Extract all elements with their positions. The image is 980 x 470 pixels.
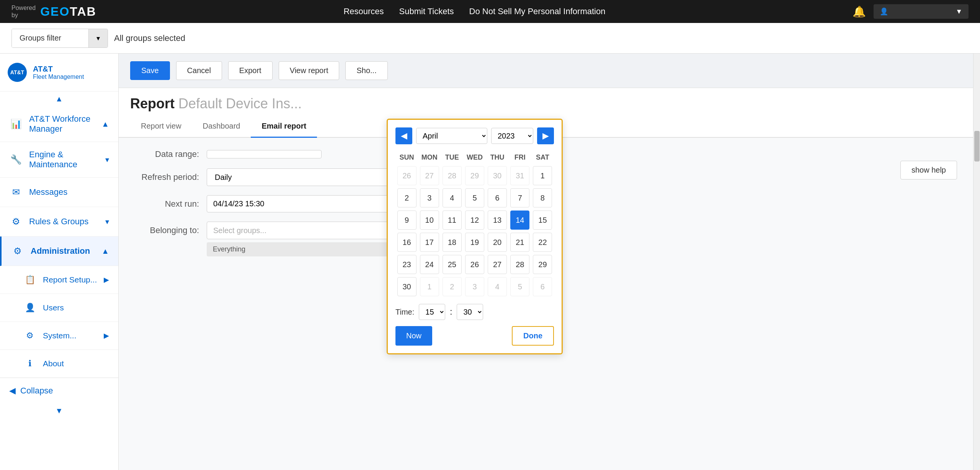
view-report-button[interactable]: View report bbox=[279, 61, 340, 80]
user-dropdown-button[interactable]: 👤 ▼ bbox=[874, 4, 969, 19]
calendar-day[interactable]: 5 bbox=[465, 188, 484, 207]
data-range-value[interactable] bbox=[207, 150, 322, 158]
calendar-day[interactable]: 9 bbox=[397, 211, 416, 230]
do-not-sell-link[interactable]: Do Not Sell My Personal Information bbox=[469, 7, 606, 16]
chevron-right-icon: ▶ bbox=[104, 276, 109, 284]
calendar-year-select[interactable]: 2021202220232024 bbox=[491, 128, 533, 144]
scrollbar-thumb[interactable] bbox=[974, 131, 980, 162]
top-nav-right: 🔔 👤 ▼ bbox=[853, 4, 969, 19]
calendar-month-select[interactable]: JanuaryFebruaryMarchAprilMayJuneJulyAugu… bbox=[416, 128, 487, 144]
sidebar-item-workforce[interactable]: 📊 AT&T Workforce Manager ▲ bbox=[0, 106, 118, 142]
groups-filter-label: Groups filter bbox=[12, 29, 88, 47]
sidebar-item-administration[interactable]: ⚙ Administration ▲ bbox=[0, 237, 118, 266]
now-button[interactable]: Now bbox=[395, 326, 432, 346]
calendar-day[interactable]: 26 bbox=[397, 166, 416, 185]
sidebar-subitem-about[interactable]: ℹ About bbox=[0, 350, 118, 378]
calendar-day[interactable]: 4 bbox=[488, 277, 507, 296]
calendar-day[interactable]: 30 bbox=[397, 277, 416, 296]
sidebar-scroll-down[interactable]: ▼ bbox=[0, 403, 118, 418]
engine-icon: 🔧 bbox=[9, 153, 23, 166]
calendar-day[interactable]: 4 bbox=[443, 188, 462, 207]
calendar-day[interactable]: 14 bbox=[510, 211, 529, 230]
calendar-day[interactable]: 13 bbox=[488, 211, 507, 230]
calendar-day[interactable]: 10 bbox=[420, 211, 439, 230]
calendar-day[interactable]: 28 bbox=[443, 166, 462, 185]
calendar-day[interactable]: 18 bbox=[443, 233, 462, 252]
calendar-next-button[interactable]: ▶ bbox=[537, 127, 554, 144]
minute-select[interactable]: 000510152025303540455055 bbox=[457, 304, 483, 320]
tab-dashboard[interactable]: Dashboard bbox=[192, 116, 251, 138]
calendar-day[interactable]: 2 bbox=[397, 188, 416, 207]
submit-tickets-link[interactable]: Submit Tickets bbox=[399, 7, 454, 16]
workforce-icon: 📊 bbox=[9, 117, 23, 131]
sidebar-subitem-report-setup[interactable]: 📋 Report Setup... ▶ bbox=[0, 266, 118, 294]
calendar-day[interactable]: 24 bbox=[420, 255, 439, 274]
calendar-day[interactable]: 3 bbox=[465, 277, 484, 296]
calendar-day[interactable]: 31 bbox=[510, 166, 529, 185]
groups-filter-select[interactable]: Groups filter ▾ bbox=[11, 29, 108, 48]
resources-link[interactable]: Resources bbox=[343, 7, 384, 16]
chevron-down-icon: ▼ bbox=[56, 406, 63, 415]
calendar-day[interactable]: 7 bbox=[510, 188, 529, 207]
cancel-button[interactable]: Cancel bbox=[176, 61, 222, 80]
sidebar-subitem-system[interactable]: ⚙ System... ▶ bbox=[0, 322, 118, 350]
calendar-day[interactable]: 6 bbox=[488, 188, 507, 207]
calendar-day[interactable]: 5 bbox=[510, 277, 529, 296]
logo-area: Powered by GEOTAB bbox=[11, 4, 96, 19]
calendar-day[interactable]: 16 bbox=[397, 233, 416, 252]
calendar-day[interactable]: 3 bbox=[420, 188, 439, 207]
calendar-prev-button[interactable]: ◀ bbox=[395, 127, 412, 144]
tab-report-view[interactable]: Report view bbox=[130, 116, 192, 138]
calendar-week-row: 30123456 bbox=[395, 276, 554, 298]
day-header-wed: WED bbox=[463, 150, 486, 165]
top-navigation: Powered by GEOTAB Resources Submit Ticke… bbox=[0, 0, 980, 23]
calendar-day[interactable]: 20 bbox=[488, 233, 507, 252]
sidebar-collapse-button[interactable]: ◀ Collapse bbox=[0, 378, 119, 403]
calendar-day[interactable]: 21 bbox=[510, 233, 529, 252]
chevron-down-icon: ▾ bbox=[105, 217, 109, 226]
report-title: Report Default Device Ins... bbox=[130, 96, 969, 112]
calendar-day[interactable]: 6 bbox=[533, 277, 552, 296]
calendar-day[interactable]: 29 bbox=[465, 166, 484, 185]
show-help-button[interactable]: show help bbox=[900, 161, 957, 180]
calendar-day[interactable]: 29 bbox=[533, 255, 552, 274]
save-button[interactable]: Save bbox=[130, 61, 170, 80]
scrollbar-track bbox=[973, 54, 980, 470]
groups-filter-dropdown-icon[interactable]: ▾ bbox=[88, 29, 108, 47]
done-button[interactable]: Done bbox=[512, 326, 554, 346]
export-button[interactable]: Export bbox=[228, 61, 273, 80]
calendar-day[interactable]: 27 bbox=[420, 166, 439, 185]
sidebar-scroll-up[interactable]: ▲ bbox=[0, 91, 118, 106]
user-icon: 👤 bbox=[880, 7, 888, 16]
calendar-day[interactable]: 28 bbox=[510, 255, 529, 274]
calendar-day[interactable]: 1 bbox=[420, 277, 439, 296]
sidebar-item-engine[interactable]: 🔧 Engine & Maintenance ▾ bbox=[0, 142, 118, 178]
calendar-day[interactable]: 11 bbox=[443, 211, 462, 230]
tab-email-report[interactable]: Email report bbox=[251, 116, 317, 138]
brand-logo-icon: AT&T bbox=[8, 63, 27, 82]
sidebar-subitem-users[interactable]: 👤 Users bbox=[0, 294, 118, 322]
next-run-label: Next run: bbox=[130, 199, 199, 209]
calendar-day[interactable]: 19 bbox=[465, 233, 484, 252]
calendar-day[interactable]: 25 bbox=[443, 255, 462, 274]
calendar-day[interactable]: 17 bbox=[420, 233, 439, 252]
collapse-label: Collapse bbox=[20, 386, 53, 396]
hour-select[interactable]: 0001020304050607080910111213141516171819… bbox=[419, 304, 445, 320]
calendar-day[interactable]: 27 bbox=[488, 255, 507, 274]
calendar-day[interactable]: 23 bbox=[397, 255, 416, 274]
calendar-day[interactable]: 8 bbox=[533, 188, 552, 207]
show-button[interactable]: Sho... bbox=[345, 61, 387, 80]
about-icon: ℹ bbox=[23, 357, 37, 370]
sidebar-item-messages[interactable]: ✉ Messages bbox=[0, 178, 118, 207]
chevron-up-icon: ▲ bbox=[56, 95, 63, 103]
calendar-week-row: 23242526272829 bbox=[395, 253, 554, 276]
calendar-day[interactable]: 15 bbox=[533, 211, 552, 230]
calendar-day[interactable]: 12 bbox=[465, 211, 484, 230]
calendar-day[interactable]: 30 bbox=[488, 166, 507, 185]
calendar-day[interactable]: 1 bbox=[533, 166, 552, 185]
calendar-day[interactable]: 26 bbox=[465, 255, 484, 274]
notification-bell-icon[interactable]: 🔔 bbox=[853, 5, 866, 18]
sidebar-item-rules[interactable]: ⚙ Rules & Groups ▾ bbox=[0, 207, 118, 237]
calendar-day[interactable]: 22 bbox=[533, 233, 552, 252]
calendar-day[interactable]: 2 bbox=[443, 277, 462, 296]
